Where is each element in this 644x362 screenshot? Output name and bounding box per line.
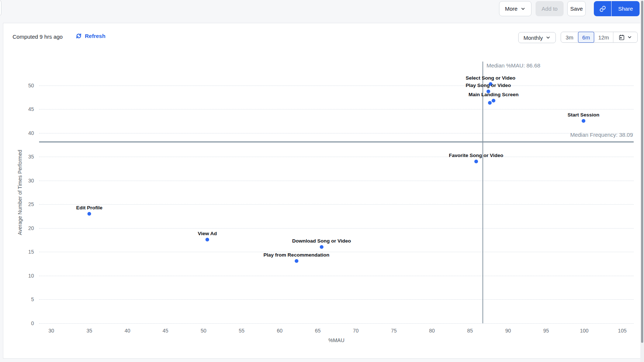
y-axis-title: Average Number of Times Performed (17, 150, 23, 235)
chart-panel: Computed 9 hrs ago Refresh Monthly 3m 6m… (3, 23, 644, 359)
data-point[interactable] (320, 245, 323, 249)
calendar-dropdown-button[interactable] (613, 32, 637, 42)
y-tick-label: 25 (28, 201, 34, 207)
gridline-y-50 (39, 86, 634, 86)
top-toolbar: More Add to Save Share (0, 0, 644, 23)
gridline-y-25 (39, 204, 634, 205)
point-label: Edit Profile (76, 205, 103, 210)
refresh-button[interactable]: Refresh (76, 33, 105, 39)
y-tick-label: 30 (28, 178, 34, 184)
y-tick-label: 45 (28, 106, 34, 112)
more-button[interactable]: More (499, 1, 532, 16)
share-button-label: Share (618, 6, 633, 12)
median-frequency-label: Median Frequency: 38.09 (570, 132, 633, 138)
x-tick-label: 100 (580, 328, 588, 334)
y-tick-label: 40 (28, 130, 34, 136)
x-tick-label: 90 (505, 328, 511, 334)
range-3m-button[interactable]: 3m (561, 32, 578, 42)
y-tick-label: 20 (28, 225, 34, 231)
x-tick-label: 55 (239, 328, 245, 334)
share-button[interactable]: Share (612, 1, 640, 16)
median-mau-label: Median %MAU: 86.68 (487, 62, 540, 69)
point-label: Download Song or Video (292, 238, 351, 244)
y-tick-label: 10 (28, 273, 34, 279)
x-axis-title: %MAU (328, 337, 344, 343)
x-tick-label: 80 (429, 328, 435, 334)
y-tick-label: 35 (28, 154, 34, 160)
x-tick-label: 45 (163, 328, 169, 334)
x-tick-label: 105 (618, 328, 626, 334)
chevron-down-icon (546, 35, 551, 40)
save-button-label: Save (570, 6, 583, 12)
x-tick-label: 60 (277, 328, 283, 334)
x-tick-label: 85 (467, 328, 473, 334)
chevron-down-icon (627, 35, 632, 40)
x-tick-label: 50 (201, 328, 207, 334)
median-frequency-line (39, 142, 634, 143)
more-button-label: More (505, 6, 517, 12)
gridline-y-15 (39, 252, 634, 252)
gridline-y-30 (39, 181, 634, 181)
refresh-icon (76, 33, 82, 39)
x-tick-label: 65 (315, 328, 321, 334)
x-tick-label: 75 (391, 328, 397, 334)
computed-timestamp: Computed 9 hrs ago (13, 34, 63, 40)
scatter-chart: Average Number of Times Performed %MAU 0… (39, 62, 634, 323)
save-button[interactable]: Save (567, 1, 586, 16)
data-point[interactable] (492, 99, 495, 102)
copy-link-button[interactable] (594, 1, 611, 16)
data-point[interactable] (488, 101, 492, 105)
cropped-toolbar-button[interactable] (0, 0, 1, 16)
granularity-label: Monthly (523, 35, 543, 41)
gridline-y-35 (39, 157, 634, 157)
x-tick-label: 95 (543, 328, 549, 334)
chevron-down-icon (520, 6, 526, 11)
gridline-y-5 (39, 299, 634, 300)
x-tick-label: 30 (48, 328, 54, 334)
y-tick-label: 50 (28, 83, 34, 88)
gridline-y-10 (39, 276, 634, 276)
point-label: View Ad (198, 231, 217, 236)
granularity-dropdown[interactable]: Monthly (518, 32, 556, 43)
point-label: Main Landing Screen (468, 92, 519, 97)
point-label: Play Song or Video (465, 83, 511, 88)
data-point[interactable] (87, 212, 91, 216)
date-range-group: 3m 6m 12m (561, 32, 638, 43)
x-tick-label: 40 (125, 328, 131, 334)
median-mau-line (482, 62, 483, 323)
scrollbar-track[interactable] (640, 0, 644, 362)
point-label: Favorite Song or Video (449, 153, 503, 158)
refresh-label: Refresh (85, 33, 105, 39)
y-tick-label: 5 (31, 296, 34, 302)
range-6m-button[interactable]: 6m (578, 32, 594, 43)
data-point[interactable] (295, 259, 298, 263)
gridline-y-45 (39, 109, 634, 109)
point-label: Play from Recommendation (263, 252, 329, 258)
link-icon (599, 6, 606, 12)
data-point[interactable] (205, 238, 209, 241)
data-point[interactable] (582, 119, 585, 123)
point-label: Select Song or Video (466, 75, 516, 81)
y-tick-label: 0 (31, 320, 34, 326)
point-label: Start Session (568, 112, 599, 118)
gridline-y-20 (39, 228, 634, 229)
x-tick-label: 70 (353, 328, 359, 334)
data-point[interactable] (474, 160, 478, 163)
add-to-button[interactable]: Add to (536, 1, 564, 16)
gridline-y-40 (39, 133, 634, 133)
app-window: More Add to Save Share Computed 9 hrs ag… (0, 0, 644, 362)
gridline-y-0 (39, 323, 634, 324)
scrollbar-thumb[interactable] (641, 1, 643, 343)
range-12m-button[interactable]: 12m (594, 32, 613, 42)
calendar-icon (619, 34, 625, 41)
add-to-button-label: Add to (541, 6, 557, 12)
y-tick-label: 15 (28, 249, 34, 255)
x-tick-label: 35 (86, 328, 92, 334)
